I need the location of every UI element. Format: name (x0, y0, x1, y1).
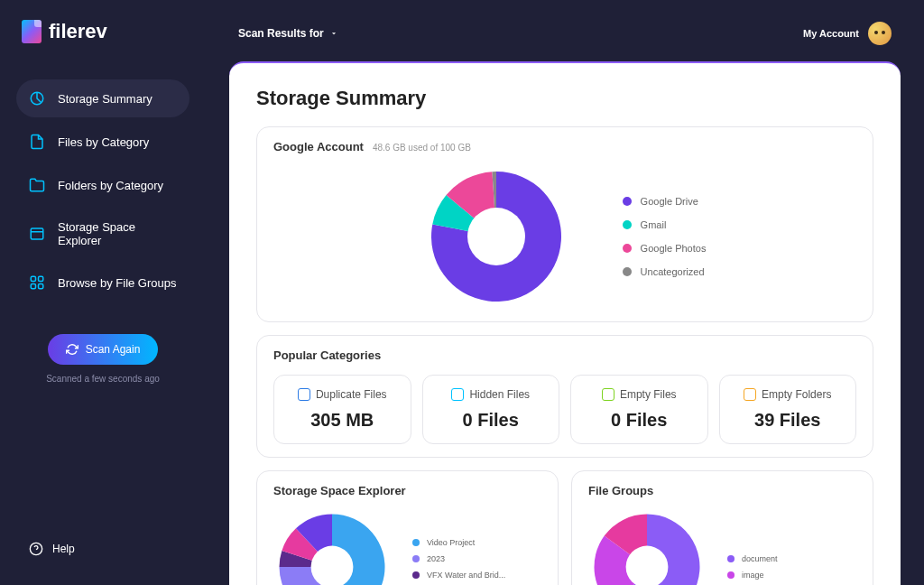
svg-rect-4 (31, 284, 35, 289)
category-header: Empty Folders (731, 388, 845, 401)
legend-label: Google Drive (641, 196, 698, 207)
main: Scan Results for My Account Storage Summ… (206, 0, 924, 585)
logo[interactable]: filerev (16, 20, 189, 43)
legend-dot (623, 220, 632, 229)
nav-label: Files by Category (58, 135, 149, 149)
category-icon (602, 388, 614, 401)
sidebar: filerev Storage Summary Files by Categor… (0, 0, 206, 585)
category-header: Duplicate Files (285, 388, 400, 401)
account-label: My Account (803, 28, 859, 39)
category-label: Duplicate Files (316, 388, 387, 401)
scan-again-button[interactable]: Scan Again (48, 334, 159, 365)
logo-text: filerev (49, 20, 107, 43)
category-card[interactable]: Empty Folders39 Files (719, 375, 857, 444)
explorer-icon (29, 226, 45, 242)
bottom-row: Storage Space Explorer Video Project2023… (256, 470, 873, 585)
svg-rect-1 (31, 228, 43, 239)
legend-item: VFX Water and Brid... (412, 571, 505, 580)
legend-item: image (727, 571, 778, 580)
google-account-card: Google Account 48.6 GB used of 100 GB Go… (256, 126, 873, 322)
nav-item-folders-by-category[interactable]: Folders by Category (16, 166, 189, 204)
storage-explorer-pie-chart (273, 508, 391, 585)
category-value: 39 Files (731, 410, 845, 431)
folder-icon (29, 177, 45, 193)
category-icon (298, 388, 310, 401)
category-icon (451, 388, 464, 401)
legend-dot (412, 571, 420, 579)
category-value: 305 MB (285, 410, 400, 431)
nav-label: Folders by Category (58, 179, 163, 192)
scan-results-dropdown[interactable]: Scan Results for (238, 27, 338, 40)
legend-label: 2023 (427, 554, 445, 563)
help-link[interactable]: Help (16, 533, 189, 565)
account-menu[interactable]: My Account (803, 22, 892, 45)
legend-label: image (742, 571, 764, 580)
card-title: Google Account (273, 140, 364, 153)
category-label: Empty Files (620, 388, 677, 401)
category-value: 0 Files (434, 410, 549, 431)
avatar (868, 22, 892, 45)
legend-label: Uncategorized (641, 266, 705, 277)
pie-chart-icon (29, 90, 45, 107)
file-groups-pie-chart (588, 508, 706, 585)
help-icon (29, 542, 43, 556)
legend-item: document (727, 554, 778, 563)
storage-space-explorer-card: Storage Space Explorer Video Project2023… (256, 470, 559, 585)
grid-icon (29, 274, 45, 291)
nav-item-files-by-category[interactable]: Files by Category (16, 123, 189, 161)
legend-dot (412, 539, 420, 546)
card-title: Storage Space Explorer (273, 484, 541, 497)
svg-rect-3 (39, 276, 43, 281)
pie-section: documentimage (588, 508, 856, 585)
legend: documentimage (727, 554, 778, 580)
card-title: File Groups (588, 484, 856, 497)
legend: Google DriveGmailGoogle PhotosUncategori… (623, 196, 707, 277)
categories-grid: Duplicate Files305 MBHidden Files0 Files… (273, 375, 856, 444)
legend-item: Google Drive (623, 196, 707, 207)
popular-categories-card: Popular Categories Duplicate Files305 MB… (256, 335, 873, 458)
scan-button-label: Scan Again (86, 343, 141, 356)
file-groups-card: File Groups documentimage (571, 470, 873, 585)
legend-dot (623, 197, 632, 206)
legend: Video Project2023VFX Water and Brid...Vy… (412, 538, 505, 585)
nav-label: Storage Space Explorer (58, 220, 177, 247)
legend-item: Video Project (412, 538, 505, 547)
nav-label: Storage Summary (58, 92, 152, 106)
card-subtitle: 48.6 GB used of 100 GB (373, 143, 471, 153)
category-header: Hidden Files (434, 388, 549, 401)
legend-label: VFX Water and Brid... (427, 571, 505, 580)
svg-rect-2 (31, 276, 35, 281)
category-label: Empty Folders (762, 388, 831, 401)
legend-dot (727, 571, 735, 579)
legend-label: Gmail (641, 219, 667, 230)
chevron-down-icon (329, 29, 338, 38)
legend-label: document (742, 554, 778, 563)
legend-item: Gmail (623, 219, 707, 230)
category-header: Empty Files (582, 388, 697, 401)
card-header: Google Account 48.6 GB used of 100 GB (273, 140, 856, 153)
page-title: Storage Summary (256, 87, 873, 110)
legend-dot (412, 555, 420, 562)
nav-item-storage-summary[interactable]: Storage Summary (16, 79, 189, 117)
logo-icon (22, 20, 42, 43)
legend-item: Google Photos (623, 243, 707, 254)
nav-item-browse-by-file-groups[interactable]: Browse by File Groups (16, 264, 189, 302)
legend-label: Video Project (427, 538, 475, 547)
category-value: 0 Files (582, 410, 697, 431)
refresh-icon (66, 343, 79, 356)
category-label: Hidden Files (469, 388, 530, 401)
category-card[interactable]: Empty Files0 Files (570, 375, 708, 444)
category-card[interactable]: Duplicate Files305 MB (273, 375, 411, 444)
nav-list: Storage Summary Files by Category Folder… (16, 79, 189, 302)
scan-status: Scanned a few seconds ago (16, 374, 189, 384)
nav-item-storage-space-explorer[interactable]: Storage Space Explorer (16, 209, 189, 258)
legend-dot (727, 555, 735, 562)
legend-dot (623, 244, 632, 253)
svg-point-7 (467, 208, 525, 265)
category-card[interactable]: Hidden Files0 Files (422, 375, 560, 444)
svg-rect-5 (39, 284, 43, 289)
legend-label: Google Photos (641, 243, 707, 254)
file-icon (29, 134, 45, 150)
nav-label: Browse by File Groups (58, 276, 177, 290)
legend-item: 2023 (412, 554, 505, 563)
